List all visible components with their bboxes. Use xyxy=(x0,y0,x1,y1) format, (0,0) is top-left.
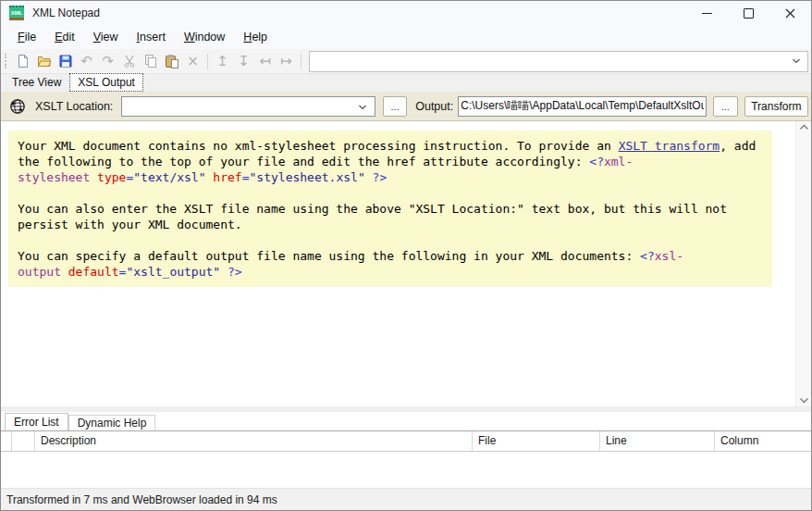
nudge-left-button[interactable]: ↤ xyxy=(254,51,276,71)
redo-button[interactable]: ↷ xyxy=(97,51,118,71)
open-button[interactable] xyxy=(33,51,55,71)
undo-icon: ↶ xyxy=(80,54,92,69)
vertical-scrollbar[interactable] xyxy=(795,121,811,406)
toolbar-grip[interactable] xyxy=(5,54,9,69)
text-segment xyxy=(61,265,68,279)
text-segment: = xyxy=(242,170,250,184)
undo-button[interactable]: ↶ xyxy=(76,51,97,71)
output-browse-button[interactable]: ... xyxy=(713,96,737,117)
text-segment: ?> xyxy=(373,170,388,184)
maximize-icon xyxy=(744,8,754,19)
scroll-up-icon[interactable] xyxy=(799,123,809,131)
error-marker-column-header[interactable] xyxy=(12,431,35,451)
scroll-down-icon[interactable] xyxy=(799,396,809,405)
column-header-file[interactable]: File xyxy=(473,431,600,451)
minimize-icon xyxy=(702,13,712,14)
close-icon xyxy=(785,8,795,19)
open-icon xyxy=(37,54,52,69)
error-list-header: Description File Line Column xyxy=(1,430,811,452)
xml-notepad-window: XML XML Notepad File Edit View Insert Wi… xyxy=(0,0,812,511)
column-header-line[interactable]: Line xyxy=(600,431,715,451)
xslt-transform-link[interactable]: XSLT transform xyxy=(619,139,720,153)
tab-xsl-output[interactable]: XSL Output xyxy=(69,73,143,92)
nudge-down-icon: ↧ xyxy=(238,54,250,69)
xslt-browse-button[interactable]: ... xyxy=(383,96,407,117)
save-icon xyxy=(58,54,73,69)
column-header-description[interactable]: Description xyxy=(35,431,473,451)
text-segment: "xslt_output" xyxy=(126,265,220,279)
paste-icon xyxy=(165,54,179,69)
toolbar: ↶↷×↥↧↤↦ xyxy=(1,49,811,74)
text-segment: You can specify a default output file na… xyxy=(18,249,640,263)
close-button[interactable] xyxy=(769,1,811,25)
nudge-up-button[interactable]: ↥ xyxy=(212,51,233,71)
column-header-column[interactable]: Column xyxy=(715,431,811,451)
maximize-button[interactable] xyxy=(728,1,769,25)
error-list-body[interactable] xyxy=(1,452,811,486)
message-paragraph: Your XML document contains no xml-styles… xyxy=(18,138,763,185)
cut-button[interactable] xyxy=(118,51,140,71)
minimize-button[interactable] xyxy=(686,1,728,25)
text-segment: href xyxy=(213,170,241,184)
tab-error-list[interactable]: Error List xyxy=(5,413,68,431)
menu-help[interactable]: Help xyxy=(234,28,277,46)
menu-insert[interactable]: Insert xyxy=(128,28,175,46)
tab-tree-view[interactable]: Tree View xyxy=(4,73,69,92)
menu-window[interactable]: Window xyxy=(175,28,234,46)
nudge-up-icon: ↥ xyxy=(216,54,228,69)
nudge-right-button[interactable]: ↦ xyxy=(276,51,297,71)
status-bar: Transformed in 7 ms and WebBrowser loade… xyxy=(1,488,811,510)
text-segment: <? xyxy=(589,155,604,168)
text-segment: "text/xsl" xyxy=(133,170,205,184)
delete-icon: × xyxy=(187,54,199,69)
delete-button[interactable]: × xyxy=(182,51,203,71)
chevron-down-icon xyxy=(792,57,801,65)
menu-edit[interactable]: Edit xyxy=(45,28,84,46)
new-icon xyxy=(16,54,31,69)
chevron-down-icon xyxy=(358,104,367,111)
text-segment xyxy=(90,170,97,184)
bottom-tab-strip: Error List Dynamic Help xyxy=(1,412,811,430)
menu-file[interactable]: File xyxy=(8,28,45,46)
view-tab-strip: Tree View XSL Output xyxy=(1,74,811,92)
message-paragraph: You can specify a default output file na… xyxy=(18,248,763,280)
text-segment xyxy=(365,170,373,184)
window-controls xyxy=(686,1,811,25)
menu-view[interactable]: View xyxy=(84,28,128,46)
text-segment: "stylesheet.xsl" xyxy=(250,170,365,184)
window-title: XML Notepad xyxy=(32,6,100,19)
menu-bar: File Edit View Insert Window Help xyxy=(1,25,811,49)
message-paragraph: You can also enter the XSLT file name us… xyxy=(18,201,763,232)
text-segment: xsl- xyxy=(655,249,683,263)
status-text: Transformed in 7 ms and WebBrowser loade… xyxy=(1,493,277,506)
new-button[interactable] xyxy=(12,51,33,71)
output-path-input[interactable] xyxy=(458,96,707,117)
cut-icon xyxy=(122,54,137,69)
transform-button[interactable]: Transform xyxy=(744,96,808,117)
globe-icon xyxy=(9,98,26,115)
xslt-location-combobox[interactable] xyxy=(121,96,375,117)
toolbar-separator xyxy=(207,54,208,69)
text-segment: ?> xyxy=(228,265,242,279)
text-segment: Your XML document contains no xml-styles… xyxy=(18,139,619,153)
nudge-down-button[interactable]: ↧ xyxy=(233,51,254,71)
toolbar-separator xyxy=(301,54,301,69)
output-label: Output: xyxy=(415,100,453,113)
text-segment: type xyxy=(97,170,126,184)
toolbar-combobox[interactable] xyxy=(309,51,808,72)
copy-button[interactable] xyxy=(140,51,161,71)
text-segment: output xyxy=(18,265,61,279)
text-segment: xml- xyxy=(604,155,633,168)
save-button[interactable] xyxy=(55,51,76,71)
error-icon-column-header[interactable] xyxy=(1,431,12,451)
redo-icon: ↷ xyxy=(102,54,114,69)
nudge-right-icon: ↦ xyxy=(280,54,292,69)
text-segment: You can also enter the XSLT file name us… xyxy=(18,202,727,231)
text-segment: stylesheet xyxy=(18,170,90,184)
app-icon: XML xyxy=(9,6,24,20)
paste-button[interactable] xyxy=(161,51,182,71)
xslt-location-label: XSLT Location: xyxy=(35,100,113,113)
text-segment: <? xyxy=(640,249,655,263)
xsl-output-pane: Your XML document contains no xml-styles… xyxy=(1,121,811,406)
copy-icon xyxy=(143,54,158,69)
